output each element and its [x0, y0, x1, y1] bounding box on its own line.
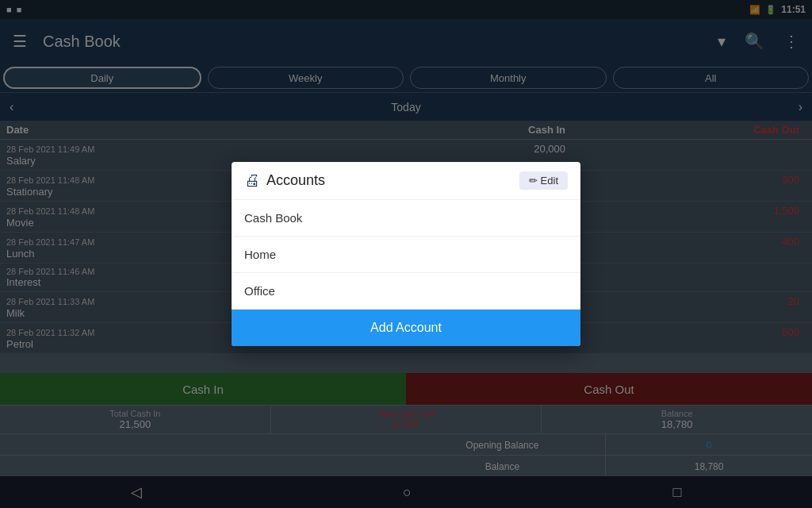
dialog-title: Accounts: [266, 172, 519, 189]
account-item-cashbook[interactable]: Cash Book: [232, 200, 580, 237]
add-account-button[interactable]: Add Account: [232, 310, 580, 346]
accounts-dialog: 🖨 Accounts ✏ Edit Cash Book Home Office …: [232, 162, 580, 346]
edit-button[interactable]: ✏ Edit: [519, 171, 568, 190]
account-item-home[interactable]: Home: [232, 237, 580, 273]
dialog-header: 🖨 Accounts ✏ Edit: [232, 162, 580, 200]
dialog-accounts-icon: 🖨: [244, 171, 260, 190]
account-item-office[interactable]: Office: [232, 273, 580, 310]
modal-overlay[interactable]: 🖨 Accounts ✏ Edit Cash Book Home Office …: [0, 0, 812, 508]
